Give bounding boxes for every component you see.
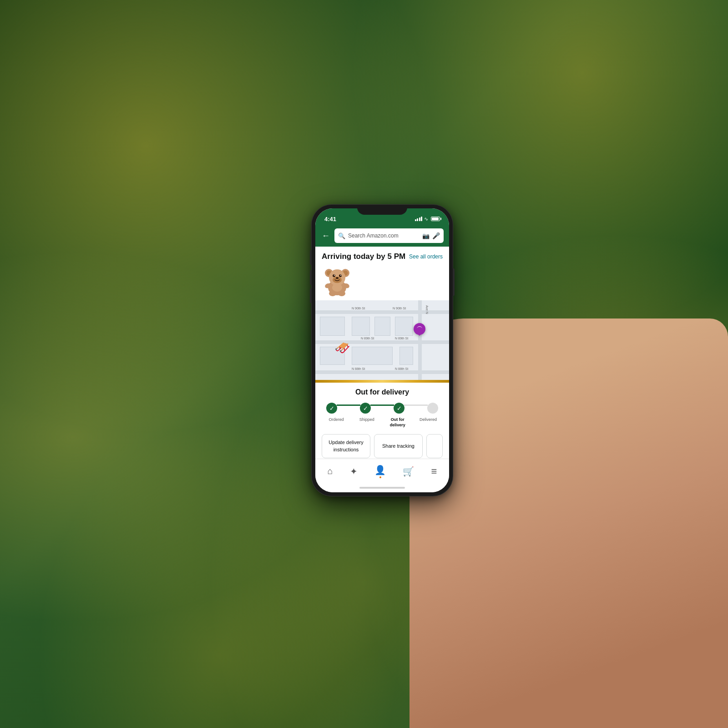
label-shipped: Shipped bbox=[353, 417, 380, 428]
svg-point-15 bbox=[329, 291, 336, 296]
label-delivered: Delivered bbox=[415, 417, 442, 428]
street-h-90 bbox=[315, 310, 449, 314]
street-label-ave: Ave N bbox=[425, 305, 429, 314]
share-tracking-button[interactable]: Share tracking bbox=[374, 434, 423, 458]
step-ordered: ✓ bbox=[326, 403, 337, 414]
svg-point-10 bbox=[340, 275, 341, 276]
delivery-status-title: Out for delivery bbox=[322, 388, 443, 396]
svg-point-7 bbox=[333, 274, 335, 277]
step-labels: Ordered Shipped Out fordelivery Delivere… bbox=[322, 415, 443, 428]
menu-icon: ≡ bbox=[431, 465, 437, 477]
step-circle-shipped: ✓ bbox=[360, 403, 371, 414]
camera-icon[interactable]: 📷 bbox=[422, 233, 430, 239]
track-line-3 bbox=[404, 404, 428, 406]
action-buttons: Update deliveryinstructions Share tracki… bbox=[322, 434, 443, 458]
main-content: Arriving today by 5 PM See all orders bbox=[315, 247, 449, 459]
more-button[interactable] bbox=[426, 434, 443, 458]
search-bar[interactable]: 🔍 Search Amazon.com 📷 🎤 bbox=[334, 228, 444, 243]
nav-cart[interactable]: 🛒 bbox=[398, 463, 419, 480]
svg-point-11 bbox=[336, 277, 339, 279]
home-indicator bbox=[315, 483, 449, 492]
nav-home[interactable]: ⌂ bbox=[323, 463, 338, 479]
arriving-title: Arriving today by 5 PM bbox=[322, 252, 405, 261]
account-icon: 👤 bbox=[374, 465, 386, 475]
product-row bbox=[315, 264, 449, 300]
step-shipped: ✓ bbox=[360, 403, 371, 414]
home-icon: ⌂ bbox=[328, 466, 333, 476]
step-circle-ordered: ✓ bbox=[326, 403, 337, 414]
delivery-card: Out for delivery ✓ ✓ bbox=[315, 380, 449, 459]
cart-icon: 🛒 bbox=[403, 466, 414, 477]
svg-point-16 bbox=[338, 291, 345, 296]
nav-menu[interactable]: ≡ bbox=[427, 463, 442, 480]
svg-point-12 bbox=[332, 283, 342, 292]
progress-tracker: ✓ ✓ ✓ bbox=[322, 403, 443, 414]
back-button[interactable]: ← bbox=[321, 230, 331, 242]
map-container: N 90th St N 90th St N 89th St N 89th St … bbox=[315, 300, 449, 380]
wifi-icon: ∿ bbox=[424, 216, 428, 222]
delivery-vehicle: 🛷 bbox=[334, 340, 350, 355]
phone-shell: 4:41 ∿ bbox=[312, 205, 453, 496]
step-out-for-delivery: ✓ bbox=[394, 403, 404, 414]
svg-point-8 bbox=[339, 274, 342, 277]
location-pin bbox=[414, 323, 425, 342]
status-icons: ∿ bbox=[415, 216, 440, 222]
explore-icon: ✦ bbox=[350, 466, 358, 477]
see-all-orders-link[interactable]: See all orders bbox=[409, 253, 443, 260]
street-label-88-right: N 88th St bbox=[395, 367, 408, 370]
mic-icon[interactable]: 🎤 bbox=[432, 232, 440, 239]
nav-explore[interactable]: ✦ bbox=[345, 463, 362, 480]
home-bar bbox=[359, 487, 405, 489]
phone-wrapper: 4:41 ∿ bbox=[312, 205, 453, 496]
signal-icon bbox=[415, 217, 423, 221]
street-label-89-left: N 89th St bbox=[361, 337, 374, 340]
hand-background bbox=[410, 318, 728, 728]
product-image bbox=[322, 264, 353, 297]
battery-icon bbox=[431, 217, 440, 221]
scene: 4:41 ∿ bbox=[0, 0, 728, 728]
teddy-bear-svg bbox=[322, 264, 353, 297]
street-label-89-right: N 89th St bbox=[395, 337, 408, 340]
label-out-for-delivery: Out fordelivery bbox=[384, 417, 411, 428]
street-h-88 bbox=[315, 370, 449, 374]
step-circle-out-for-delivery: ✓ bbox=[394, 403, 404, 414]
gold-bar bbox=[315, 380, 449, 383]
bottom-nav: ⌂ ✦ 👤 🛒 ≡ bbox=[315, 459, 449, 483]
street-label-88-left: N 88th St bbox=[352, 367, 365, 370]
status-time: 4:41 bbox=[324, 216, 336, 222]
app-header: ← 🔍 Search Amazon.com 📷 🎤 bbox=[315, 226, 449, 247]
street-label-90-right: N 90th St bbox=[393, 307, 406, 310]
track-line-1 bbox=[337, 404, 360, 406]
svg-point-9 bbox=[334, 275, 335, 276]
label-ordered: Ordered bbox=[323, 417, 350, 428]
nav-account[interactable]: 👤 bbox=[370, 462, 390, 481]
street-label-90-left: N 90th St bbox=[352, 307, 365, 310]
active-indicator bbox=[379, 476, 381, 478]
step-circle-delivered bbox=[427, 403, 438, 414]
search-input[interactable]: Search Amazon.com bbox=[348, 233, 420, 239]
step-delivered bbox=[427, 403, 438, 414]
map-grid: N 90th St N 90th St N 89th St N 89th St … bbox=[315, 300, 449, 380]
update-delivery-button[interactable]: Update deliveryinstructions bbox=[322, 434, 370, 458]
track-line-2 bbox=[370, 404, 394, 406]
phone-screen: 4:41 ∿ bbox=[315, 208, 449, 492]
notch bbox=[357, 205, 407, 215]
arriving-section: Arriving today by 5 PM See all orders bbox=[315, 247, 449, 264]
search-icon: 🔍 bbox=[338, 233, 345, 239]
